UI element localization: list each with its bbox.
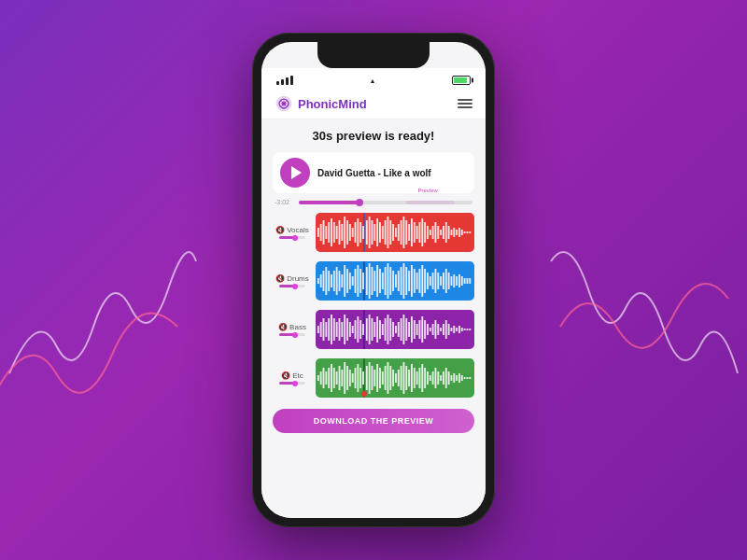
app-header: PhonicMind [261, 89, 486, 119]
track-controls-etc: 🔇 Etc [273, 371, 312, 385]
svg-rect-68 [323, 271, 325, 291]
svg-rect-167 [427, 324, 429, 335]
svg-rect-199 [349, 370, 351, 386]
signal-bar-1 [276, 81, 279, 85]
track-controls-bass: 🔇 Bass [273, 323, 312, 336]
svg-rect-87 [374, 271, 375, 291]
svg-rect-143 [362, 324, 364, 335]
svg-rect-28 [376, 218, 378, 246]
svg-rect-236 [448, 371, 450, 385]
svg-rect-110 [435, 269, 437, 293]
svg-rect-242 [464, 377, 466, 379]
svg-rect-32 [388, 217, 389, 248]
svg-rect-210 [379, 368, 381, 388]
svg-rect-216 [395, 373, 397, 383]
track-label-drums: Drums [287, 274, 309, 283]
svg-rect-21 [357, 218, 359, 246]
svg-rect-188 [320, 371, 322, 385]
timeline-time-label: -3:02 [275, 199, 295, 205]
track-controls-drums: 🔇 Drums [273, 274, 312, 287]
svg-rect-195 [339, 366, 341, 390]
svg-rect-203 [359, 368, 361, 388]
play-button[interactable] [280, 158, 310, 188]
svg-rect-233 [440, 375, 442, 381]
svg-rect-104 [419, 269, 421, 293]
timeline-bar[interactable]: Preview [299, 201, 472, 204]
track-label-bass: Bass [289, 323, 306, 331]
svg-rect-26 [372, 220, 374, 245]
volume-slider-bass[interactable] [279, 333, 305, 336]
svg-rect-117 [453, 274, 455, 287]
svg-rect-55 [448, 226, 450, 239]
svg-rect-114 [445, 269, 447, 293]
svg-rect-58 [456, 230, 458, 235]
svg-rect-38 [403, 217, 405, 248]
hamburger-line-3 [458, 106, 472, 108]
brand-icon [275, 94, 293, 113]
volume-thumb-etc[interactable] [292, 381, 298, 386]
svg-rect-43 [416, 226, 418, 239]
mute-icon-drums[interactable]: 🔇 [275, 274, 285, 283]
svg-rect-93 [389, 267, 391, 295]
svg-rect-235 [445, 368, 447, 388]
svg-rect-177 [453, 326, 455, 333]
svg-rect-153 [389, 318, 391, 341]
svg-rect-231 [435, 368, 437, 388]
volume-thumb-vocals[interactable] [292, 235, 298, 241]
volume-slider-etc[interactable] [279, 382, 305, 385]
svg-rect-82 [359, 269, 361, 293]
svg-rect-205 [366, 366, 368, 390]
svg-rect-41 [411, 218, 413, 246]
svg-rect-60 [461, 230, 463, 235]
timeline-thumb[interactable] [356, 199, 363, 206]
status-bar: ▲ [261, 68, 486, 89]
svg-rect-146 [372, 318, 374, 341]
svg-rect-133 [336, 322, 338, 337]
svg-rect-37 [401, 220, 402, 245]
waveform-svg-vocals [316, 213, 474, 252]
svg-rect-238 [453, 373, 455, 383]
svg-rect-156 [398, 322, 400, 337]
svg-rect-33 [389, 220, 391, 245]
volume-thumb-drums[interactable] [292, 284, 298, 289]
svg-rect-121 [464, 278, 466, 284]
svg-rect-179 [458, 326, 460, 333]
volume-slider-drums[interactable] [279, 285, 305, 287]
svg-rect-89 [379, 269, 381, 293]
svg-rect-75 [341, 274, 343, 287]
track-label-vocals: Vocals [287, 226, 309, 234]
svg-rect-201 [355, 368, 357, 388]
svg-rect-8 [323, 220, 325, 245]
svg-rect-200 [352, 373, 354, 383]
waveform-svg-bass [316, 310, 474, 349]
svg-rect-94 [392, 271, 394, 291]
svg-rect-228 [427, 371, 429, 385]
mute-icon-etc[interactable]: 🔇 [281, 371, 290, 380]
svg-rect-207 [372, 366, 374, 390]
download-preview-button[interactable]: DOWNLOAD THE PREVIEW [273, 409, 474, 433]
svg-rect-226 [421, 364, 423, 392]
svg-rect-106 [424, 269, 426, 293]
hamburger-menu-icon[interactable] [458, 99, 472, 108]
svg-rect-80 [355, 269, 357, 293]
svg-rect-128 [323, 318, 325, 341]
track-name-label: David Guetta - Like a wolf [317, 168, 431, 178]
mute-icon-bass[interactable]: 🔇 [278, 323, 288, 331]
wifi-icon: ▲ [370, 77, 376, 84]
svg-rect-39 [405, 220, 407, 245]
hamburger-line-2 [458, 103, 472, 105]
waveform-vocals [316, 213, 474, 252]
svg-rect-50 [435, 222, 437, 243]
svg-rect-42 [414, 222, 416, 243]
svg-rect-169 [432, 324, 434, 335]
volume-slider-vocals[interactable] [279, 236, 305, 239]
volume-thumb-bass[interactable] [292, 332, 298, 338]
waveform-svg-etc [316, 358, 474, 398]
svg-rect-192 [331, 364, 332, 392]
svg-rect-129 [325, 322, 327, 337]
svg-rect-99 [405, 267, 407, 295]
svg-rect-165 [421, 316, 423, 343]
svg-rect-145 [369, 315, 371, 344]
mute-icon-vocals[interactable]: 🔇 [275, 226, 285, 234]
svg-rect-173 [443, 324, 444, 335]
